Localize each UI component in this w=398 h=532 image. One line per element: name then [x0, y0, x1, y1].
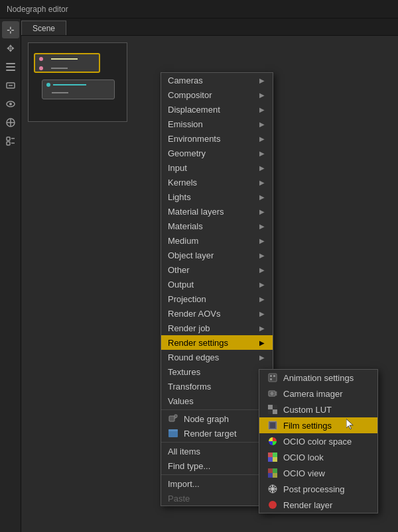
node-tool-icon[interactable] — [2, 77, 19, 94]
list-tool-icon[interactable] — [2, 133, 19, 150]
menu-item-textures[interactable]: Textures ▶ — [161, 364, 273, 379]
svg-rect-26 — [268, 405, 273, 409]
left-toolbar: ⊹ ✥ — [0, 19, 21, 532]
svg-rect-15 — [174, 415, 177, 417]
cursor-tool-icon[interactable]: ⊹ — [2, 21, 19, 38]
svg-rect-22 — [270, 378, 272, 380]
svg-marker-49 — [346, 419, 353, 429]
node-dot-cyan — [46, 83, 50, 87]
node-box-1 — [34, 53, 100, 73]
node-line-sm — [51, 68, 68, 69]
menu-item-materials[interactable]: Materials ▶ — [161, 219, 273, 233]
svg-rect-39 — [268, 468, 273, 473]
submenu-camera-imager[interactable]: Camera imager — [259, 386, 377, 401]
submenu-ocio-color-space[interactable]: OCIO color space — [259, 433, 377, 449]
menu-item-transforms[interactable]: Transforms ▶ — [161, 379, 273, 394]
post-processing-icon — [267, 484, 278, 494]
node-dot-pink — [39, 57, 43, 61]
submenu-film-settings[interactable]: Film settings — [259, 417, 377, 433]
node-dot-pink2 — [39, 66, 43, 70]
menu-item-cameras[interactable]: Cameras ▶ — [161, 73, 273, 87]
filter-tool-icon[interactable] — [2, 114, 19, 131]
svg-rect-2 — [6, 70, 15, 71]
menu-item-node-graph[interactable]: Node graph — [161, 411, 273, 426]
menu-item-paste: Paste — [161, 491, 273, 505]
menu-item-round-edges[interactable]: Round edges ▶ — [161, 350, 273, 364]
menu-item-geometry[interactable]: Geometry ▶ — [161, 146, 273, 160]
mouse-cursor — [346, 419, 354, 431]
menu-item-input[interactable]: Input ▶ — [161, 160, 273, 175]
menu-item-medium[interactable]: Medium ▶ — [161, 233, 273, 248]
title-bar: Nodegraph editor — [0, 0, 398, 19]
node-line — [51, 58, 78, 60]
menu-item-output[interactable]: Output ▶ — [161, 277, 273, 292]
submenu-animation-settings[interactable]: Animation settings — [259, 370, 377, 386]
menu-item-kernels[interactable]: Kernels ▶ — [161, 175, 273, 189]
canvas-area: Cameras ▶ Compositor ▶ Displacement ▶ Em… — [21, 36, 398, 532]
animation-settings-icon — [267, 372, 278, 383]
ocio-view-icon — [267, 468, 278, 478]
submenu-render-layer[interactable]: Render layer — [259, 497, 377, 513]
svg-rect-31 — [269, 421, 270, 429]
menu-item-environments[interactable]: Environments ▶ — [161, 131, 273, 146]
svg-rect-27 — [273, 405, 277, 409]
svg-rect-1 — [6, 66, 15, 68]
tab-bar: Scene — [21, 19, 398, 36]
svg-rect-29 — [273, 409, 277, 414]
menu-item-render-aovs[interactable]: Render AOVs ▶ — [161, 306, 273, 321]
render-layer-icon — [267, 500, 278, 510]
svg-rect-28 — [268, 409, 273, 414]
svg-rect-40 — [273, 468, 277, 473]
menu-item-other[interactable]: Other ▶ — [161, 262, 273, 277]
menu-item-all-items[interactable]: All items ▶ — [161, 444, 273, 458]
menu-item-emission[interactable]: Emission ▶ — [161, 117, 273, 131]
menu-item-values[interactable]: Values ▶ — [161, 394, 273, 408]
select-tool-icon[interactable] — [2, 58, 19, 76]
custom-lut-icon — [267, 404, 278, 415]
svg-rect-18 — [168, 429, 178, 431]
render-target-icon — [168, 428, 178, 439]
move-tool-icon[interactable]: ✥ — [2, 40, 19, 57]
menu-item-projection[interactable]: Projection ▶ — [161, 292, 273, 306]
node-preview — [28, 42, 127, 122]
svg-rect-36 — [273, 452, 277, 457]
ocio-look-icon — [267, 452, 278, 462]
node-box-2 — [42, 80, 115, 99]
tab-scene[interactable]: Scene — [21, 21, 66, 35]
svg-rect-19 — [269, 374, 277, 382]
menu-item-render-settings[interactable]: Render settings ▶ — [161, 335, 273, 350]
svg-rect-20 — [270, 375, 272, 377]
svg-rect-35 — [268, 452, 273, 457]
svg-rect-21 — [273, 375, 275, 377]
submenu-ocio-view[interactable]: OCIO view — [259, 465, 377, 481]
camera-imager-icon — [267, 388, 278, 399]
film-settings-icon — [267, 420, 278, 431]
svg-rect-33 — [270, 423, 275, 428]
svg-rect-10 — [7, 137, 10, 140]
svg-rect-14 — [169, 416, 174, 421]
menu-item-lights[interactable]: Lights ▶ — [161, 189, 273, 204]
submenu-custom-lut[interactable]: Custom LUT — [259, 401, 377, 417]
svg-point-48 — [269, 501, 277, 509]
eye-tool-icon[interactable] — [2, 95, 19, 113]
menu-item-material-layers[interactable]: Material layers ▶ — [161, 204, 273, 219]
menu-item-import[interactable]: Import... — [161, 476, 273, 491]
svg-point-6 — [9, 103, 12, 105]
menu-item-find-type[interactable]: Find type... — [161, 458, 273, 473]
node-line-sm2 — [52, 92, 68, 93]
submenu-ocio-look[interactable]: OCIO look — [259, 449, 377, 465]
menu-item-displacement[interactable]: Displacement ▶ — [161, 102, 273, 117]
svg-rect-32 — [275, 421, 277, 429]
submenu-post-processing[interactable]: Post processing — [259, 481, 377, 497]
menu-separator-2 — [161, 442, 273, 443]
menu-separator-3 — [161, 474, 273, 475]
menu-item-render-target[interactable]: Render target — [161, 426, 273, 441]
menu-item-compositor[interactable]: Compositor ▶ — [161, 87, 273, 102]
menu-item-render-job[interactable]: Render job ▶ — [161, 321, 273, 335]
menu-separator-1 — [161, 409, 273, 410]
svg-rect-11 — [7, 142, 10, 145]
svg-marker-24 — [275, 392, 277, 396]
svg-rect-0 — [6, 63, 15, 64]
menu-item-object-layer[interactable]: Object layer ▶ — [161, 248, 273, 262]
svg-rect-41 — [268, 473, 273, 478]
